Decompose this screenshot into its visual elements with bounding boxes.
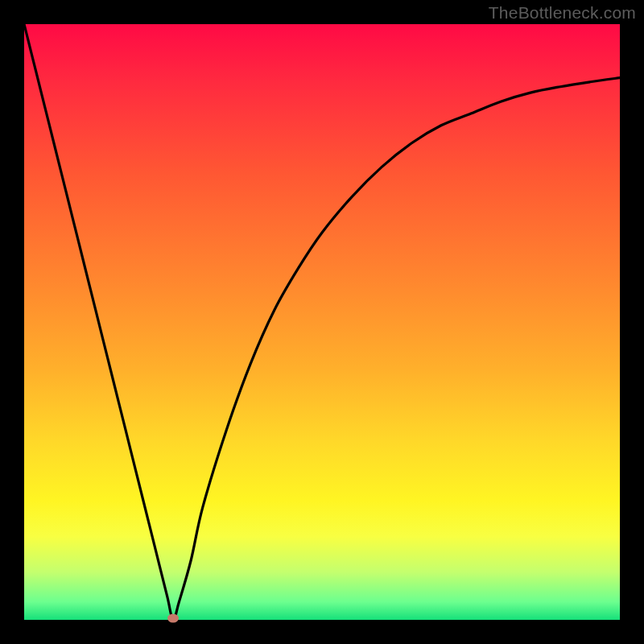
minimum-marker [167, 614, 179, 623]
bottleneck-curve [24, 24, 620, 620]
chart-frame: TheBottleneck.com [0, 0, 644, 644]
plot-area [24, 24, 620, 620]
watermark-text: TheBottleneck.com [489, 3, 636, 23]
